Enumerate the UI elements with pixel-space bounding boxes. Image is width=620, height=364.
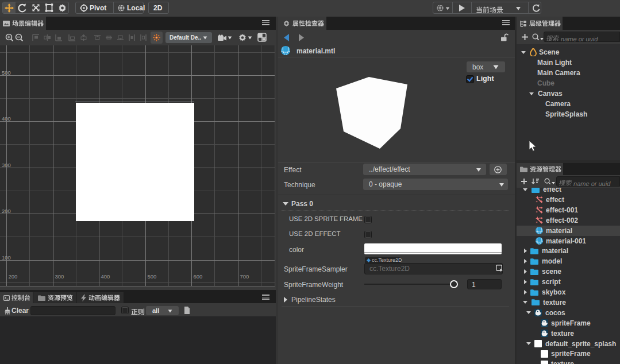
svg-text:400: 400	[2, 115, 11, 122]
svg-text:600: 600	[194, 273, 203, 280]
svg-text:200: 200	[2, 208, 11, 214]
svg-text:200: 200	[9, 273, 18, 280]
svg-text:500: 500	[2, 69, 11, 76]
svg-text:300: 300	[55, 273, 64, 280]
svg-text:500: 500	[148, 273, 157, 280]
svg-text:300: 300	[2, 162, 11, 168]
svg-text:100: 100	[2, 254, 11, 261]
svg-text:700: 700	[240, 273, 249, 280]
svg-text:400: 400	[101, 273, 110, 280]
